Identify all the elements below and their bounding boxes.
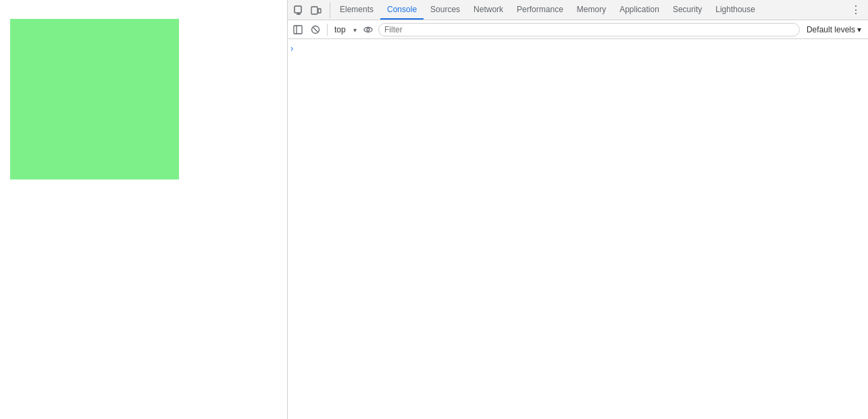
filter-input[interactable] [378, 23, 800, 36]
tab-application[interactable]: Application [613, 0, 666, 20]
default-levels-button[interactable]: Default levels ▾ [802, 24, 865, 36]
clear-console-icon[interactable] [308, 22, 323, 37]
inspect-element-icon[interactable] [290, 2, 307, 18]
tab-console[interactable]: Console [380, 0, 424, 20]
page-content [0, 0, 287, 419]
device-toggle-icon[interactable] [308, 2, 324, 18]
svg-point-10 [367, 28, 369, 31]
svg-rect-5 [294, 26, 302, 34]
tab-sources[interactable]: Sources [424, 0, 467, 20]
tab-elements[interactable]: Elements [333, 0, 380, 20]
tab-network[interactable]: Network [467, 0, 510, 20]
svg-line-8 [313, 27, 318, 32]
devtools-panel: Elements Console Sources Network Perform… [287, 0, 868, 419]
eye-icon[interactable] [361, 22, 376, 37]
separator-1 [327, 24, 328, 36]
console-prompt-line[interactable]: › [288, 42, 868, 55]
tab-lighthouse[interactable]: Lighthouse [709, 0, 762, 20]
prompt-arrow-icon: › [290, 43, 293, 53]
console-toolbar: top ▾ Default levels ▾ [288, 20, 868, 39]
more-tabs-button[interactable]: ⋮ [846, 3, 865, 16]
devtools-tabs-container: Elements Console Sources Network Perform… [333, 0, 846, 20]
devtools-tab-bar: Elements Console Sources Network Perform… [288, 0, 868, 20]
green-box [10, 19, 179, 179]
svg-rect-3 [311, 7, 317, 14]
tab-security[interactable]: Security [666, 0, 709, 20]
context-selector-wrapper: top ▾ [332, 24, 358, 36]
tab-memory[interactable]: Memory [570, 0, 613, 20]
default-levels-arrow-icon: ▾ [857, 25, 861, 34]
toggle-sidebar-icon[interactable] [290, 22, 305, 37]
svg-rect-0 [295, 6, 301, 13]
tab-performance[interactable]: Performance [510, 0, 570, 20]
svg-rect-4 [318, 9, 321, 13]
devtools-icons [290, 2, 330, 18]
console-content: › [288, 39, 868, 419]
context-select[interactable]: top [332, 24, 358, 36]
